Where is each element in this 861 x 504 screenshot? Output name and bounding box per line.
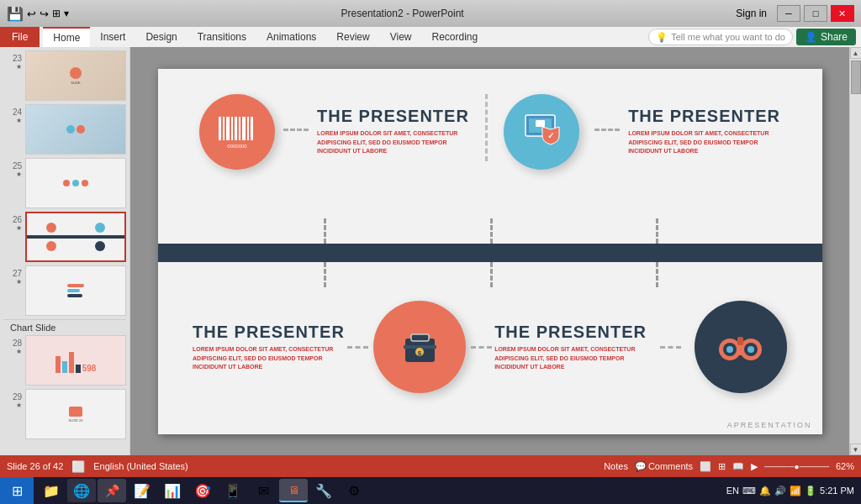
minimize-button[interactable]: ─ xyxy=(777,5,800,22)
battery-icon[interactable]: 🔋 xyxy=(805,486,816,496)
tab-insert[interactable]: Insert xyxy=(90,27,135,47)
title-bar-title: Presentation2 - PowerPoint xyxy=(341,8,464,19)
bottom-left-presenter: THE PRESENTER LOREM IPSUM DOLOR SIT AMET… xyxy=(193,323,345,372)
network-icon[interactable]: 📶 xyxy=(790,486,801,496)
top-left-text: LOREM IPSUM DOLOR SIT AMET, CONSECTETURA… xyxy=(317,129,457,156)
presentation-icon[interactable]: ▶ xyxy=(751,461,758,472)
slide-thumb-24[interactable]: 24 ★ xyxy=(3,104,126,155)
top-right-title: THE PRESENTER xyxy=(628,107,780,126)
zoom-level: 62% xyxy=(836,461,854,471)
title-bar-left: 💾 ↩ ↪ ⊞ ▾ xyxy=(7,6,69,22)
taskbar-word[interactable]: 📝 xyxy=(128,479,156,502)
share-button[interactable]: 👤 Share xyxy=(796,29,856,45)
slide-thumb-28[interactable]: 28 ★ 598 xyxy=(3,335,126,386)
start-button[interactable]: ⊞ xyxy=(0,477,34,504)
top-left-section: 0000000 THE PRESENTER LOREM IPSUM DOLOR … xyxy=(199,94,469,170)
slide-img-29[interactable]: SLIDE 29 xyxy=(25,389,126,439)
taskbar-powerpoint[interactable]: 📌 xyxy=(98,479,126,502)
tell-me-input[interactable]: 💡 Tell me what you want to do xyxy=(648,29,793,45)
slide-thumb-27[interactable]: 27 ★ xyxy=(3,265,126,316)
notification-icon[interactable]: 🔔 xyxy=(759,486,771,496)
scroll-down-btn[interactable]: ▼ xyxy=(850,444,862,455)
slide-img-25[interactable] xyxy=(25,158,126,208)
quick-access[interactable]: ⊞ xyxy=(52,8,61,19)
slide-img-23[interactable]: SLIDE xyxy=(25,50,126,101)
top-right-text: LOREM IPSUM DOLOR SIT AMET, CONSECTETURA… xyxy=(628,129,769,156)
bottom-left-section: THE PRESENTER LOREM IPSUM DOLOR SIT AMET… xyxy=(193,323,345,372)
slide-thumb-29[interactable]: 29 ★ SLIDE 29 xyxy=(3,389,126,439)
close-button[interactable]: ✕ xyxy=(831,5,854,22)
language[interactable]: English (United States) xyxy=(93,461,188,471)
redo-btn[interactable]: ↪ xyxy=(40,8,49,20)
svg-point-25 xyxy=(726,346,733,353)
tab-design[interactable]: Design xyxy=(135,27,187,47)
top-left-title: THE PRESENTER xyxy=(317,107,469,126)
svg-rect-16 xyxy=(411,334,429,341)
taskbar-app7[interactable]: 📱 xyxy=(219,479,247,502)
svg-rect-7 xyxy=(247,117,249,140)
top-right-section: ✓ THE PRESENTER LOREM IPSUM DOLOR SIT AM… xyxy=(504,94,780,170)
bottom-left-title: THE PRESENTER xyxy=(193,323,345,342)
slide-img-24[interactable] xyxy=(25,104,126,155)
bottom-left-text: LOREM IPSUM DOLOR SIT AMET, CONSECTETURA… xyxy=(193,345,333,372)
slide-thumb-26[interactable]: 26 ★ xyxy=(3,212,126,262)
barcode-circle: 0000000 xyxy=(199,94,275,170)
slide-panel-scroll[interactable]: 23 ★ SLIDE 24 ★ xyxy=(0,47,129,455)
slide-info: Slide 26 of 42 xyxy=(7,461,63,471)
maximize-button[interactable]: □ xyxy=(804,5,827,22)
chart-slide-label: Chart Slide xyxy=(3,319,126,335)
zoom-slider[interactable]: ─────●───── xyxy=(764,462,829,471)
scroll-thumb-vertical[interactable] xyxy=(851,60,861,94)
canvas-area[interactable]: 0000000 THE PRESENTER LOREM IPSUM DOLOR … xyxy=(130,47,849,455)
slide-img-28[interactable]: 598 xyxy=(25,335,126,386)
comments-btn[interactable]: 💬 Comments xyxy=(635,461,693,472)
ribbon: File Home Insert Design Transitions Anim… xyxy=(0,27,861,47)
svg-rect-0 xyxy=(219,117,221,140)
tab-view[interactable]: View xyxy=(380,27,422,47)
svg-rect-5 xyxy=(239,117,240,140)
slide-thumb-23[interactable]: 23 ★ SLIDE xyxy=(3,50,126,101)
taskbar-app10[interactable]: 🔧 xyxy=(309,479,338,502)
svg-rect-8 xyxy=(251,117,253,140)
svg-rect-6 xyxy=(242,117,246,140)
bottom-right-title: THE PRESENTER xyxy=(494,323,647,342)
tab-home[interactable]: Home xyxy=(43,27,90,47)
taskbar-app8[interactable]: ✉ xyxy=(249,479,277,502)
sign-in-link[interactable]: Sign in xyxy=(736,8,767,19)
main-area: 23 ★ SLIDE 24 ★ xyxy=(0,47,861,455)
scroll-up-btn[interactable]: ▲ xyxy=(850,47,862,59)
blue-divider xyxy=(158,244,822,262)
taskbar-apps: 📁 🌐 📌 📝 📊 🎯 📱 ✉ 🖥 🔧 ⚙ xyxy=(34,479,726,502)
volume-icon[interactable]: 🔊 xyxy=(774,486,786,496)
quick-bar-icon: ▾ xyxy=(64,8,69,19)
taskbar-chrome[interactable]: 🌐 xyxy=(67,479,96,502)
reading-view-icon[interactable]: 📖 xyxy=(732,461,744,472)
title-bar: 💾 ↩ ↪ ⊞ ▾ Presentation2 - PowerPoint Sig… xyxy=(0,0,861,27)
slide-img-27[interactable] xyxy=(25,265,126,316)
slide-sorter-icon[interactable]: ⊞ xyxy=(718,461,726,472)
tab-review[interactable]: Review xyxy=(326,27,379,47)
notes-btn[interactable]: Notes xyxy=(604,461,628,471)
slide-img-26[interactable] xyxy=(25,212,126,262)
tab-recording[interactable]: Recording xyxy=(422,27,489,47)
taskbar-excel[interactable]: 📊 xyxy=(158,479,187,502)
svg-point-26 xyxy=(747,346,754,353)
undo-btn[interactable]: ↩ xyxy=(27,8,36,20)
keyboard-icon[interactable]: ⌨ xyxy=(742,486,756,496)
taskbar-file-explorer[interactable]: 📁 xyxy=(37,479,66,502)
svg-rect-22 xyxy=(736,344,745,355)
slide-panel: 23 ★ SLIDE 24 ★ xyxy=(0,47,130,455)
accessibility-icon[interactable]: ⬜ xyxy=(71,460,85,473)
taskbar-ppt-active[interactable]: 🖥 xyxy=(279,479,308,502)
slide-thumb-25[interactable]: 25 ★ xyxy=(3,158,126,208)
normal-view-icon[interactable]: ⬜ xyxy=(700,461,711,472)
bottom-right-section: THE PRESENTER LOREM IPSUM DOLOR SIT AMET… xyxy=(494,301,787,393)
taskbar-app11[interactable]: ⚙ xyxy=(340,479,368,502)
tab-animations[interactable]: Animations xyxy=(256,27,326,47)
binoculars-circle xyxy=(695,301,787,393)
tab-transitions[interactable]: Transitions xyxy=(188,27,256,47)
file-tab[interactable]: File xyxy=(0,27,40,47)
ribbon-right: 💡 Tell me what you want to do 👤 Share xyxy=(648,27,861,47)
taskbar-app6[interactable]: 🎯 xyxy=(188,479,217,502)
bottom-right-text: LOREM IPSUM DOLOR SIT AMET, CONSECTETURA… xyxy=(494,345,635,372)
